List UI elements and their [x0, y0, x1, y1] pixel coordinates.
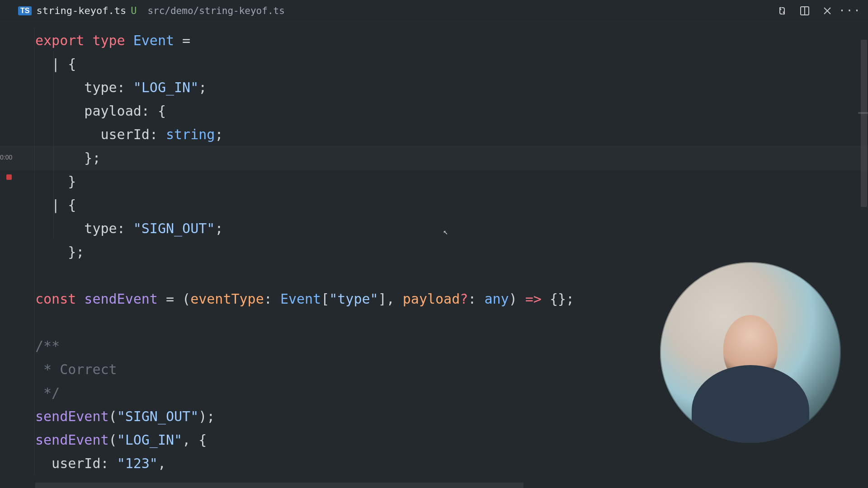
code-line: export type Event =	[0, 29, 868, 52]
editor-actions: ···	[777, 5, 868, 16]
close-icon[interactable]	[822, 5, 833, 16]
code-line: userId: string;	[0, 123, 868, 146]
split-editor-icon[interactable]	[799, 5, 810, 16]
git-status-indicator: U	[131, 5, 137, 16]
vertical-scrollbar[interactable]	[860, 22, 868, 488]
code-line: payload: {	[0, 99, 868, 123]
code-line: }	[0, 170, 868, 193]
mouse-cursor-icon: ↖	[443, 227, 448, 236]
editor-tab[interactable]: TS string-keyof.ts U	[14, 0, 141, 21]
code-line: type: "LOG_IN";	[0, 76, 868, 99]
more-actions-icon[interactable]: ···	[844, 5, 855, 16]
code-line: | {	[0, 52, 868, 76]
tab-filename: string-keyof.ts	[36, 5, 126, 16]
tab-bar: TS string-keyof.ts U src/demo/string-key…	[0, 0, 868, 22]
code-line: };	[0, 240, 868, 264]
scrollbar-thumb[interactable]	[861, 40, 867, 207]
horizontal-scrollbar[interactable]	[35, 483, 524, 488]
minimap-marker	[858, 112, 868, 114]
code-line-active: };	[0, 146, 868, 170]
code-line: | {	[0, 193, 868, 217]
breadcrumb[interactable]: src/demo/string-keyof.ts	[147, 5, 284, 16]
code-line: userId: "123",	[0, 452, 868, 475]
code-line: type: "SIGN_OUT";	[0, 217, 868, 240]
compare-changes-icon[interactable]	[777, 5, 788, 16]
webcam-overlay	[660, 262, 841, 443]
typescript-badge-icon: TS	[18, 6, 32, 15]
